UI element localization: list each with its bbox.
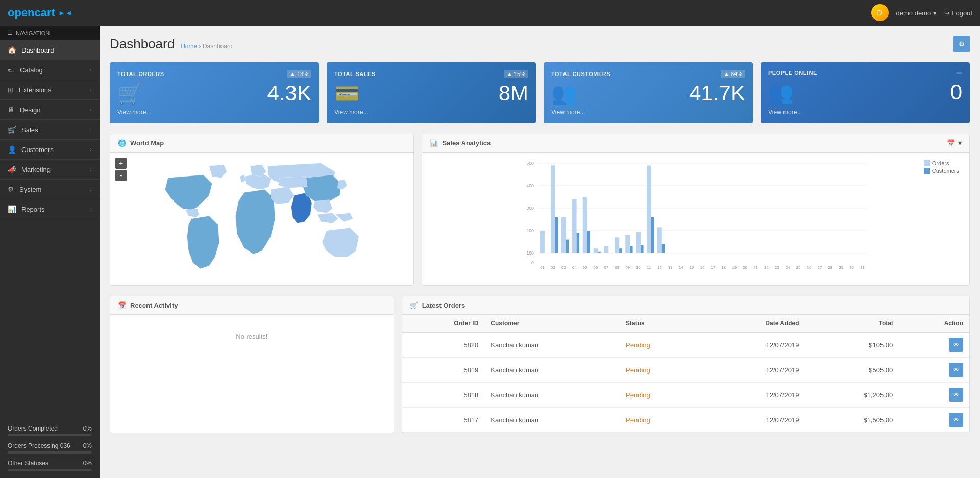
svg-text:400: 400 bbox=[527, 183, 534, 188]
cell-action: 👁 bbox=[899, 408, 969, 433]
chevron-right-icon: › bbox=[90, 186, 92, 192]
total-sales-link[interactable]: View more... bbox=[334, 109, 528, 116]
svg-text:11: 11 bbox=[647, 265, 652, 270]
sidebar-item-label: Design bbox=[20, 106, 40, 114]
world-map-svg bbox=[110, 160, 413, 278]
sales-icon: 🛒 bbox=[8, 125, 16, 134]
breadcrumb-home[interactable]: Home bbox=[181, 43, 197, 50]
table-header-row: Order ID Customer Status Date Added Tota… bbox=[402, 315, 969, 333]
cell-total: $1,505.00 bbox=[805, 408, 899, 433]
table-row: 5820 Kanchan kumari Pending 12/07/2019 $… bbox=[402, 333, 969, 358]
svg-text:04: 04 bbox=[572, 265, 577, 270]
chevron-right-icon: › bbox=[90, 146, 92, 153]
view-order-button[interactable]: 👁 bbox=[949, 413, 963, 427]
design-icon: 🖥 bbox=[8, 106, 15, 114]
chevron-down-icon: ▾ bbox=[933, 9, 937, 17]
svg-text:03: 03 bbox=[561, 265, 566, 270]
cell-status: Pending bbox=[620, 408, 702, 433]
chart-icon: 📊 bbox=[430, 139, 438, 147]
world-map-container: + - bbox=[110, 153, 413, 285]
sidebar-item-system[interactable]: ⚙ System › bbox=[0, 180, 100, 199]
zoom-out-button[interactable]: - bbox=[115, 170, 127, 181]
cell-action: 👁 bbox=[899, 358, 969, 383]
calendar-icon: 📅 bbox=[947, 139, 955, 147]
cell-total: $505.00 bbox=[805, 358, 899, 383]
svg-text:07: 07 bbox=[604, 265, 609, 270]
user-dropdown[interactable]: demo demo ▾ bbox=[896, 9, 937, 17]
svg-text:24: 24 bbox=[786, 265, 790, 270]
logout-button[interactable]: ↪ Logout bbox=[944, 9, 972, 17]
sidebar-item-customers[interactable]: 👤 Customers › bbox=[0, 140, 100, 160]
view-order-button[interactable]: 👁 bbox=[949, 363, 963, 377]
sidebar-item-label: Customers bbox=[21, 146, 54, 154]
page-header: Dashboard Home › Dashboard ⚙ bbox=[110, 36, 970, 52]
svg-text:200: 200 bbox=[527, 228, 534, 233]
svg-rect-27 bbox=[636, 232, 641, 253]
svg-rect-17 bbox=[577, 233, 580, 253]
cell-date: 12/07/2019 bbox=[702, 383, 805, 408]
cell-customer: Kanchan kumari bbox=[484, 383, 620, 408]
recent-activity-panel: 📅 Recent Activity No results! bbox=[110, 296, 394, 433]
sidebar-item-label: Extensions bbox=[19, 86, 52, 94]
calendar-icon: 📅 bbox=[118, 301, 126, 309]
chevron-right-icon: › bbox=[90, 166, 92, 172]
svg-text:300: 300 bbox=[527, 206, 534, 211]
svg-text:0: 0 bbox=[532, 260, 534, 265]
people-online-link[interactable]: View more... bbox=[768, 109, 962, 116]
sidebar-item-label: Sales bbox=[21, 126, 38, 134]
cell-action: 👁 bbox=[899, 333, 969, 358]
hamburger-icon: ☰ bbox=[8, 30, 13, 36]
order-status-section: Orders Completed 0% Orders Processing 03… bbox=[0, 418, 100, 478]
total-customers-link[interactable]: View more... bbox=[551, 109, 745, 116]
sidebar-item-label: System bbox=[19, 186, 41, 193]
sidebar-item-catalog[interactable]: 🏷 Catalog › bbox=[0, 60, 100, 80]
table-row: 5818 Kanchan kumari Pending 12/07/2019 $… bbox=[402, 383, 969, 408]
cell-action: 👁 bbox=[899, 383, 969, 408]
svg-text:28: 28 bbox=[828, 265, 833, 270]
sidebar-item-extensions[interactable]: ⊞ Extensions › bbox=[0, 80, 100, 100]
sidebar: ☰ NAVIGATION 🏠 Dashboard 🏷 Catalog › ⊞ E… bbox=[0, 26, 100, 478]
sales-analytics-panel: 📊 Sales Analytics 📅 ▾ Orders bbox=[422, 134, 970, 286]
total-orders-link[interactable]: View more... bbox=[117, 109, 311, 116]
table-row: 5817 Kanchan kumari Pending 12/07/2019 $… bbox=[402, 408, 969, 433]
svg-rect-19 bbox=[587, 231, 591, 253]
sidebar-item-marketing[interactable]: 📣 Marketing › bbox=[0, 160, 100, 180]
svg-text:29: 29 bbox=[839, 265, 844, 270]
breadcrumb-current: Dashboard bbox=[203, 43, 233, 50]
analytics-chart-svg: 500 400 300 200 100 0 bbox=[430, 158, 962, 270]
sidebar-item-label: Marketing bbox=[21, 166, 51, 173]
svg-text:27: 27 bbox=[818, 265, 822, 270]
svg-text:21: 21 bbox=[754, 265, 758, 270]
zoom-in-button[interactable]: + bbox=[115, 158, 127, 169]
stat-card-total-customers: TOTAL CUSTOMERS ▲ 84% 👥 41.7K View more.… bbox=[544, 62, 753, 123]
sidebar-item-reports[interactable]: 📊 Reports › bbox=[0, 199, 100, 219]
sidebar-item-dashboard[interactable]: 🏠 Dashboard bbox=[0, 40, 100, 60]
view-order-button[interactable]: 👁 bbox=[949, 388, 963, 402]
customers-icon: 👤 bbox=[8, 145, 16, 154]
svg-text:06: 06 bbox=[594, 265, 598, 270]
cell-total: $1,205.00 bbox=[805, 383, 899, 408]
cell-status: Pending bbox=[620, 333, 702, 358]
svg-rect-26 bbox=[630, 246, 633, 253]
settings-button[interactable]: ⚙ bbox=[953, 36, 970, 52]
no-results-message: No results! bbox=[118, 322, 386, 350]
col-customer: Customer bbox=[484, 315, 620, 333]
logo-icon: ►◄ bbox=[58, 9, 72, 17]
breadcrumb: Home › Dashboard bbox=[181, 43, 232, 50]
order-status-other: Other Statuses 0% bbox=[0, 457, 100, 474]
svg-text:19: 19 bbox=[732, 265, 737, 270]
svg-text:15: 15 bbox=[690, 265, 694, 270]
sidebar-item-sales[interactable]: 🛒 Sales › bbox=[0, 120, 100, 140]
people-online-icon: 👥 bbox=[768, 81, 794, 105]
credit-card-icon: 💳 bbox=[334, 82, 360, 106]
reports-icon: 📊 bbox=[8, 205, 16, 213]
chevron-right-icon: › bbox=[90, 67, 92, 73]
chevron-right-icon: › bbox=[90, 206, 92, 212]
view-order-button[interactable]: 👁 bbox=[949, 338, 963, 352]
cell-total: $105.00 bbox=[805, 333, 899, 358]
content-area: Dashboard Home › Dashboard ⚙ TOTAL ORDER… bbox=[100, 26, 980, 478]
cell-date: 12/07/2019 bbox=[702, 333, 805, 358]
col-action: Action bbox=[899, 315, 969, 333]
stat-card-people-online: PEOPLE ONLINE 👥 0 View more... bbox=[761, 62, 970, 123]
sidebar-item-design[interactable]: 🖥 Design › bbox=[0, 100, 100, 120]
